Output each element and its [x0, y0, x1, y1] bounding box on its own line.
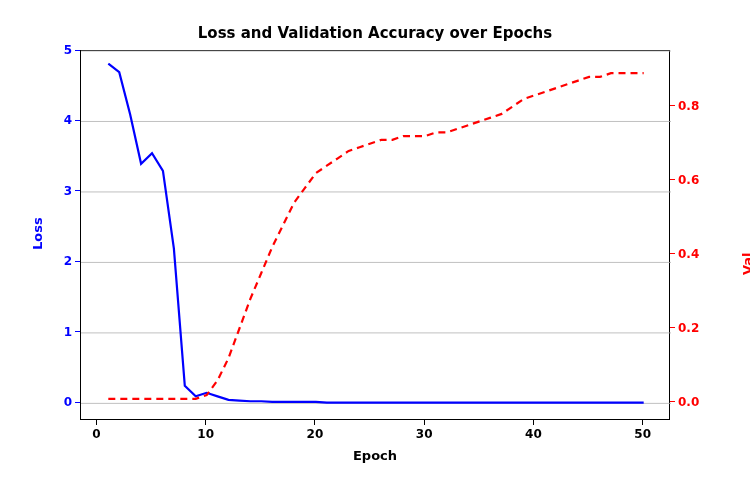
- yr-tick-label: 0.6: [678, 173, 699, 187]
- yl-tick: [75, 190, 80, 191]
- yr-tick-label: 0.8: [678, 99, 699, 113]
- x-tick: [424, 420, 425, 425]
- y-right-axis-label: Val Accuracy: [740, 209, 750, 275]
- yl-tick-label: 1: [64, 325, 72, 339]
- chart-figure: Loss and Validation Accuracy over Epochs…: [0, 0, 750, 500]
- x-axis-label: Epoch: [80, 448, 670, 463]
- x-tick-label: 40: [525, 427, 542, 441]
- yr-tick: [670, 179, 675, 180]
- x-tick-label: 30: [416, 427, 433, 441]
- x-tick-label: 50: [634, 427, 651, 441]
- x-tick: [96, 420, 97, 425]
- yr-tick: [670, 327, 675, 328]
- x-tick: [205, 420, 206, 425]
- yl-tick: [75, 50, 80, 51]
- x-tick-label: 20: [307, 427, 324, 441]
- yr-tick-label: 0.2: [678, 321, 699, 335]
- x-tick: [642, 420, 643, 425]
- yl-tick-label: 4: [64, 113, 72, 127]
- yl-tick-label: 2: [64, 254, 72, 268]
- yl-tick: [75, 402, 80, 403]
- x-tick-label: 0: [92, 427, 100, 441]
- yl-tick-label: 3: [64, 184, 72, 198]
- loss-line: [108, 64, 643, 403]
- plot-svg: [81, 51, 671, 421]
- x-tick: [314, 420, 315, 425]
- val-accuracy-line: [108, 73, 643, 399]
- yr-tick-label: 0.0: [678, 395, 699, 409]
- x-tick-label: 10: [197, 427, 214, 441]
- yr-tick: [670, 253, 675, 254]
- yr-tick: [670, 401, 675, 402]
- yl-tick-label: 0: [64, 395, 72, 409]
- yl-tick-label: 5: [64, 43, 72, 57]
- yr-tick-label: 0.4: [678, 247, 699, 261]
- x-tick: [533, 420, 534, 425]
- yr-tick: [670, 105, 675, 106]
- yl-tick: [75, 331, 80, 332]
- plot-area: [80, 50, 670, 420]
- chart-title: Loss and Validation Accuracy over Epochs: [0, 24, 750, 42]
- yl-tick: [75, 120, 80, 121]
- yl-tick: [75, 261, 80, 262]
- y-left-axis-label: Loss: [30, 217, 45, 250]
